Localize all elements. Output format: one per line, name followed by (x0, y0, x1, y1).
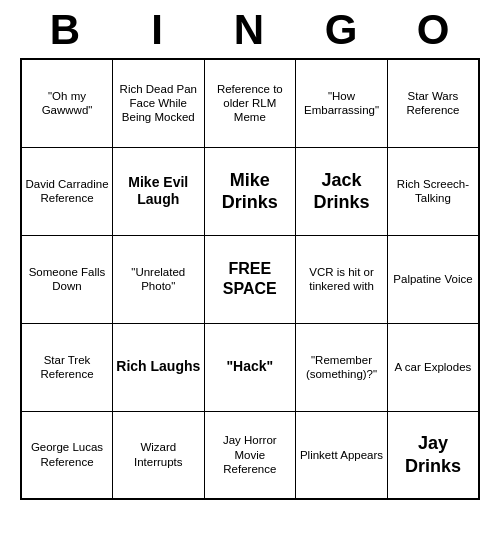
cell-r0-c2[interactable]: Reference to older RLM Meme (204, 59, 296, 147)
cell-r4-c1[interactable]: Wizard Interrupts (113, 411, 205, 499)
cell-r1-c4[interactable]: Rich Screech-Talking (387, 147, 479, 235)
cell-r3-c2[interactable]: "Hack" (204, 323, 296, 411)
cell-r4-c3[interactable]: Plinkett Appears (296, 411, 388, 499)
cell-r3-c4[interactable]: A car Explodes (387, 323, 479, 411)
cell-r3-c3[interactable]: "Remember (something)?" (296, 323, 388, 411)
title-b: B (22, 6, 110, 54)
cell-r3-c1[interactable]: Rich Laughs (113, 323, 205, 411)
cell-r2-c1[interactable]: "Unrelated Photo" (113, 235, 205, 323)
cell-r2-c3[interactable]: VCR is hit or tinkered with (296, 235, 388, 323)
title-n: N (206, 6, 294, 54)
cell-r4-c4[interactable]: Jay Drinks (387, 411, 479, 499)
cell-r3-c0[interactable]: Star Trek Reference (21, 323, 113, 411)
cell-r1-c2[interactable]: Mike Drinks (204, 147, 296, 235)
cell-r0-c4[interactable]: Star Wars Reference (387, 59, 479, 147)
bingo-grid: "Oh my Gawwwd"Rich Dead Pan Face While B… (20, 58, 480, 500)
title-o: O (390, 6, 478, 54)
cell-r1-c1[interactable]: Mike Evil Laugh (113, 147, 205, 235)
cell-r0-c3[interactable]: "How Embarrassing" (296, 59, 388, 147)
cell-r4-c2[interactable]: Jay Horror Movie Reference (204, 411, 296, 499)
cell-r0-c1[interactable]: Rich Dead Pan Face While Being Mocked (113, 59, 205, 147)
cell-r1-c3[interactable]: Jack Drinks (296, 147, 388, 235)
cell-r1-c0[interactable]: David Carradine Reference (21, 147, 113, 235)
cell-r2-c2[interactable]: FREE SPACE (204, 235, 296, 323)
cell-r4-c0[interactable]: George Lucas Reference (21, 411, 113, 499)
cell-r2-c4[interactable]: Palpatine Voice (387, 235, 479, 323)
cell-r2-c0[interactable]: Someone Falls Down (21, 235, 113, 323)
title-g: G (298, 6, 386, 54)
title-i: I (114, 6, 202, 54)
bingo-title: B I N G O (20, 0, 480, 58)
cell-r0-c0[interactable]: "Oh my Gawwwd" (21, 59, 113, 147)
